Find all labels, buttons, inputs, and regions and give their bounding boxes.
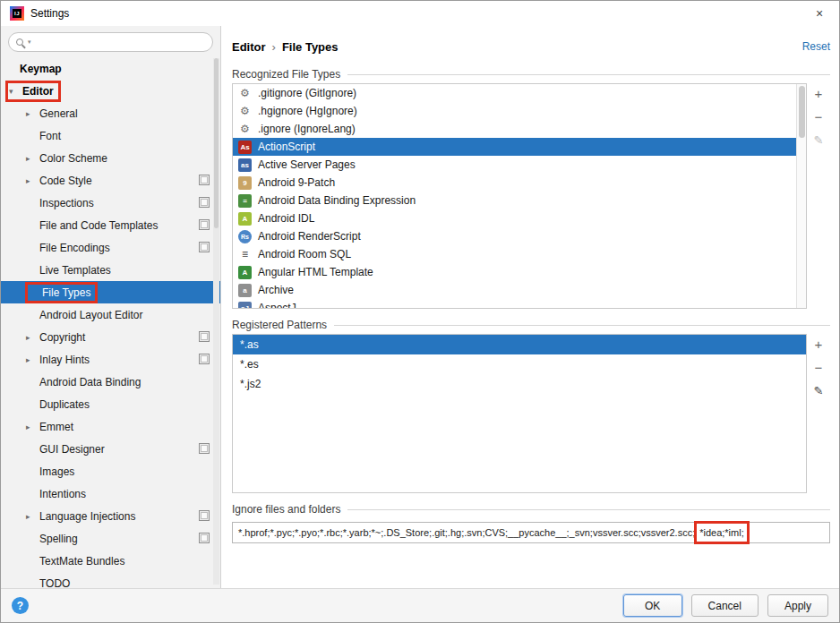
sidebar-item-font[interactable]: Font [1,124,220,147]
remove-pattern-button[interactable]: − [810,359,827,375]
reset-link[interactable]: Reset [802,40,830,53]
pattern-row-as[interactable]: *.as [233,335,806,354]
sidebar-item-inlay-hints[interactable]: ▸ Inlay Hints [1,348,220,371]
chevron-icon[interactable]: ▸ [26,176,39,185]
chevron-icon[interactable]: ▾ [9,87,22,96]
sidebar-item-general[interactable]: ▸ General [1,102,220,124]
ignore-files-input[interactable]: *.hprof;*.pyc;*.pyo;*.rbc;*.yarb;*~;.DS_… [232,522,830,543]
settings-window: IJ Settings × ▾ Keymap ▾ Editor ▸ Genera… [0,0,840,623]
chevron-icon[interactable]: ▸ [26,333,39,342]
sidebar-item-textmate-bundles[interactable]: TextMate Bundles [1,550,220,572]
apply-button[interactable]: Apply [767,594,828,617]
sidebar-item-emmet[interactable]: ▸ Emmet [1,415,220,438]
sidebar-scrollbar-thumb[interactable] [214,58,219,228]
sidebar-item-duplicates[interactable]: Duplicates [1,393,220,415]
tree-row-box: ▸ Code Style [26,170,92,192]
file-types-scrollbar[interactable] [796,84,806,308]
file-type-row-ignore-ignorelang[interactable]: ⚙ .ignore (IgnoreLang) [233,120,806,138]
chevron-icon[interactable]: ▸ [26,422,39,431]
tree-row-box: ▸ Color Scheme [26,148,107,169]
pattern-row-es[interactable]: *.es [233,354,806,374]
sidebar-item-copyright[interactable]: ▸ Copyright [1,326,220,348]
remove-file-type-button[interactable]: − [810,108,827,124]
shared-settings-icon [199,219,210,230]
tree-item-label: Images [39,465,74,478]
shared-settings-icon [199,331,210,342]
sidebar-scrollbar[interactable] [213,58,219,585]
file-type-row-hgignore-hgignore[interactable]: ⚙ .hgignore (HgIgnore) [233,102,806,120]
pattern-value: *.es [240,358,259,371]
file-type-row-android-data-binding-expression[interactable]: = Android Data Binding Expression [233,192,806,209]
sidebar-item-file-and-code-templates[interactable]: File and Code Templates [1,214,220,236]
pattern-value: *.as [240,338,259,351]
tree-item-label: Color Scheme [39,152,107,165]
edit-pattern-button[interactable]: ✎ [810,382,827,398]
tree-item-label: Emmet [39,421,73,433]
file-type-row-android-room-sql[interactable]: ≡ Android Room SQL [233,245,806,263]
ignore-files-header: Ignore files and folders [232,500,830,518]
sidebar-item-android-data-binding[interactable]: Android Data Binding [1,371,220,393]
file-type-name: Android Data Binding Expression [258,194,416,207]
file-type-name: .hgignore (HgIgnore) [258,105,357,117]
tree-row-box: Font [26,125,61,147]
file-type-row-actionscript[interactable]: As ActionScript [233,138,806,156]
registered-patterns-list: *.as *.es *.js2 [232,334,807,493]
tree-item-label: Copyright [39,331,85,344]
file-type-icon: 9 [238,176,252,190]
chevron-icon[interactable]: ▸ [26,109,39,118]
breadcrumb-editor[interactable]: Editor [232,40,266,54]
tree-item-label: File Types [42,286,90,299]
file-type-row-archive[interactable]: a Archive [233,281,806,299]
tree-row-box: Intentions [26,483,86,505]
pattern-row-js2[interactable]: *.js2 [233,374,806,394]
file-type-name: AspectJ [258,302,296,309]
sidebar-item-gui-designer[interactable]: GUI Designer [1,438,220,460]
file-type-row-android-9-patch[interactable]: 9 Android 9-Patch [233,174,806,192]
edit-file-type-button[interactable]: ✎ [810,132,827,148]
file-types-scrollbar-thumb[interactable] [799,86,805,138]
file-type-row-angular-html-template[interactable]: A Angular HTML Template [233,263,806,281]
tree-row-box: File Encodings [26,237,110,259]
sidebar-item-language-injections[interactable]: ▸ Language Injections [1,505,220,527]
close-icon[interactable]: × [809,6,830,21]
cancel-button[interactable]: Cancel [691,594,759,617]
file-type-icon: ≡ [238,248,252,261]
tree-item-label: File and Code Templates [39,219,159,232]
sidebar-item-intentions[interactable]: Intentions [1,482,220,505]
sidebar-item-file-types[interactable]: File Types [1,281,220,303]
tree-row-box: Live Templates [26,260,111,281]
sidebar-item-android-layout-editor[interactable]: Android Layout Editor [1,303,220,326]
tree-item-label: File Encodings [39,242,110,254]
file-type-name: Android 9-Patch [258,176,335,189]
sidebar-item-color-scheme[interactable]: ▸ Color Scheme [1,147,220,169]
file-type-row-android-renderscript[interactable]: Rs Android RenderScript [233,227,806,245]
file-type-name: Android IDL [258,212,314,225]
add-file-type-button[interactable]: + [810,85,827,101]
chevron-icon[interactable]: ▸ [26,154,39,163]
sidebar-item-images[interactable]: Images [1,460,220,482]
sidebar-item-live-templates[interactable]: Live Templates [1,259,220,281]
sidebar-item-keymap[interactable]: Keymap [1,57,220,80]
pattern-value: *.js2 [240,378,261,390]
sidebar-item-inspections[interactable]: Inspections [1,192,220,214]
add-pattern-button[interactable]: + [810,336,827,352]
sidebar-item-editor[interactable]: ▾ Editor [1,80,220,102]
sidebar-item-spelling[interactable]: Spelling [1,527,220,550]
sidebar-item-todo[interactable]: TODO [1,572,220,588]
search-history-chevron-icon[interactable]: ▾ [28,38,31,46]
search-input[interactable]: ▾ [8,32,213,52]
ok-button[interactable]: OK [623,594,682,617]
shared-settings-icon [199,354,210,364]
sidebar-item-code-style[interactable]: ▸ Code Style [1,169,220,192]
file-type-row-aspectj[interactable]: aJ AspectJ [233,299,806,309]
help-icon[interactable]: ? [12,597,29,614]
chevron-icon[interactable]: ▸ [26,512,39,521]
file-type-name: .ignore (IgnoreLang) [258,123,356,135]
chevron-icon[interactable]: ▸ [26,355,39,364]
window-title: Settings [30,7,69,20]
file-type-row-android-idl[interactable]: A Android IDL [233,209,806,227]
sidebar-item-file-encodings[interactable]: File Encodings [1,236,220,259]
file-type-row-gitignore-gitignore[interactable]: ⚙ .gitignore (GitIgnore) [233,84,806,102]
file-type-row-active-server-pages[interactable]: as Active Server Pages [233,156,806,174]
shared-settings-icon [199,443,210,454]
